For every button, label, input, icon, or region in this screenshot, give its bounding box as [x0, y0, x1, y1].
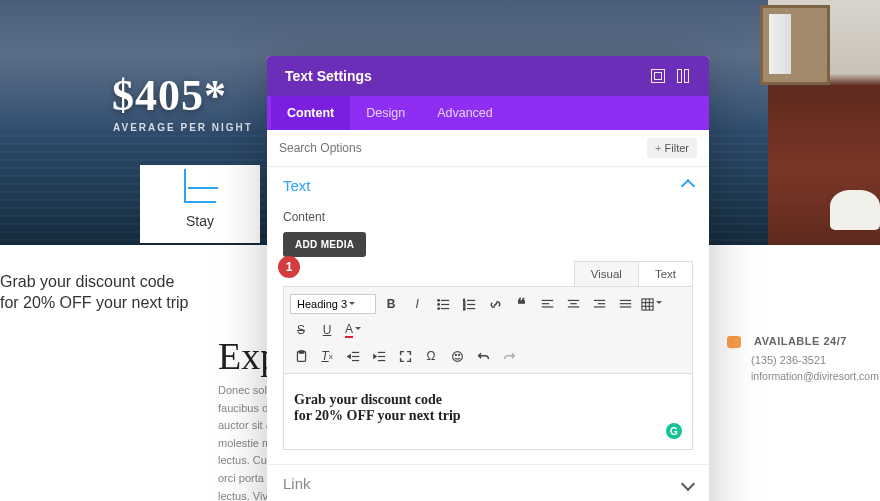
step-badge-1: 1: [278, 256, 300, 278]
cta-line-2: for 20% OFF your next trip: [0, 293, 189, 314]
editor-tab-visual[interactable]: Visual: [574, 261, 639, 286]
editor-textarea[interactable]: Grab your discount code for 20% OFF your…: [283, 374, 693, 450]
tab-design[interactable]: Design: [350, 96, 421, 130]
contact-phone: (135) 236-3521: [751, 354, 872, 366]
section-link-toggle[interactable]: Link: [267, 465, 709, 501]
italic-icon[interactable]: I: [406, 293, 428, 315]
svg-rect-30: [299, 350, 304, 352]
svg-text:3: 3: [463, 306, 466, 311]
section-text-toggle[interactable]: Text: [267, 167, 709, 204]
layout-columns-icon[interactable]: [677, 69, 691, 83]
search-options-input[interactable]: [279, 141, 647, 155]
svg-point-37: [452, 351, 462, 361]
filter-button[interactable]: Filter: [647, 138, 697, 158]
redo-icon[interactable]: [498, 345, 520, 367]
available-label: AVAILABLE 24/7: [754, 335, 847, 347]
svg-rect-24: [642, 298, 653, 309]
bold-icon[interactable]: B: [380, 293, 402, 315]
text-settings-modal: Text Settings Content Design Advanced Fi…: [267, 56, 709, 501]
editor-line-2: for 20% OFF your next trip: [294, 408, 682, 424]
contact-email: information@diviresort.com: [751, 370, 872, 382]
speech-bubble-icon: [727, 336, 741, 348]
svg-point-2: [437, 303, 439, 305]
underline-icon[interactable]: U: [316, 319, 338, 341]
editor-toolbar: Heading 3 B I 123 ❝ S U A: [283, 286, 693, 374]
fullscreen-icon[interactable]: [394, 345, 416, 367]
section-text-label: Text: [283, 177, 683, 194]
bullet-list-icon[interactable]: [432, 293, 454, 315]
expand-icon[interactable]: [651, 69, 665, 83]
chevron-up-icon: [681, 178, 695, 192]
editor-line-1: Grab your discount code: [294, 392, 682, 408]
align-right-icon[interactable]: [588, 293, 610, 315]
indent-icon[interactable]: [368, 345, 390, 367]
settings-tabs: Content Design Advanced: [267, 96, 709, 130]
paste-icon[interactable]: [290, 345, 312, 367]
align-justify-icon[interactable]: [614, 293, 636, 315]
content-sub-label: Content: [283, 210, 693, 224]
link-icon[interactable]: [484, 293, 506, 315]
tab-advanced[interactable]: Advanced: [421, 96, 509, 130]
section-link-label: Link: [283, 475, 683, 492]
align-left-icon[interactable]: [536, 293, 558, 315]
undo-icon[interactable]: [472, 345, 494, 367]
add-media-button[interactable]: ADD MEDIA: [283, 232, 366, 257]
align-center-icon[interactable]: [562, 293, 584, 315]
svg-point-38: [455, 354, 456, 355]
numbered-list-icon[interactable]: 123: [458, 293, 480, 315]
clear-format-icon[interactable]: Tx: [316, 345, 338, 367]
avg-per-night-label: AVERAGE PER NIGHT: [113, 122, 253, 133]
modal-title: Text Settings: [285, 68, 639, 84]
tab-content[interactable]: Content: [271, 96, 350, 130]
contact-block: AVAILABLE 24/7 (135) 236-3521 informatio…: [727, 335, 872, 382]
special-char-icon[interactable]: Ω: [420, 345, 442, 367]
cta-line-1: Grab your discount code: [0, 272, 189, 293]
svg-point-4: [437, 307, 439, 309]
emoji-icon[interactable]: [446, 345, 468, 367]
search-options-bar: Filter: [267, 130, 709, 167]
hero-side-photo: [768, 0, 880, 245]
format-select[interactable]: Heading 3: [290, 294, 376, 314]
text-color-icon[interactable]: A: [342, 319, 364, 341]
editor-mode-tabs: Visual Text: [283, 261, 693, 286]
discount-cta-text: Grab your discount code for 20% OFF your…: [0, 272, 189, 314]
table-icon[interactable]: [640, 293, 662, 315]
stay-card[interactable]: Stay: [140, 165, 260, 243]
bed-icon: [184, 179, 216, 203]
svg-point-0: [437, 299, 439, 301]
stay-label: Stay: [140, 213, 260, 229]
svg-point-39: [458, 354, 459, 355]
chevron-down-icon: [681, 476, 695, 490]
grammarly-icon[interactable]: G: [666, 423, 682, 439]
outdent-icon[interactable]: [342, 345, 364, 367]
modal-header[interactable]: Text Settings: [267, 56, 709, 96]
strikethrough-icon[interactable]: S: [290, 319, 312, 341]
editor-tab-text[interactable]: Text: [639, 261, 693, 286]
price-display: $405*: [112, 70, 227, 121]
quote-icon[interactable]: ❝: [510, 293, 532, 315]
